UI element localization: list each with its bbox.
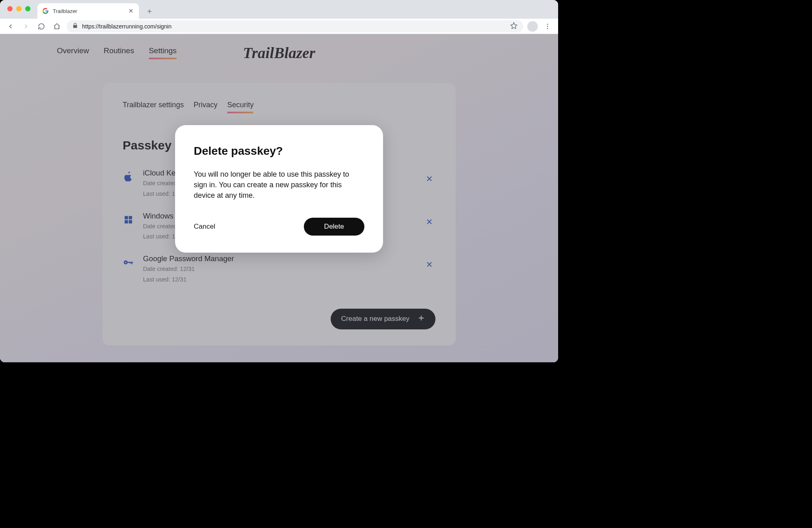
browser-window: Trailblazer ✕ ＋ https://trailblazerrunni…	[0, 0, 558, 362]
minimize-window-button[interactable]	[16, 6, 22, 11]
browser-tab-strip: Trailblazer ✕ ＋	[0, 0, 558, 19]
cancel-button[interactable]: Cancel	[194, 223, 215, 231]
svg-point-1	[547, 26, 548, 27]
reload-button[interactable]	[36, 21, 47, 32]
modal-scrim[interactable]: Delete passkey? You will no longer be ab…	[0, 34, 558, 362]
address-bar[interactable]: https://trailblazerrunning.com/signin	[67, 20, 523, 32]
svg-point-0	[547, 24, 548, 25]
profile-avatar[interactable]	[527, 21, 538, 32]
maximize-window-button[interactable]	[25, 6, 30, 11]
dialog-body: You will no longer be able to use this p…	[194, 169, 364, 201]
close-tab-button[interactable]: ✕	[128, 8, 134, 14]
url-text: https://trailblazerrunning.com/signin	[82, 23, 506, 30]
dialog-title: Delete passkey?	[194, 145, 364, 158]
google-favicon-icon	[42, 8, 49, 14]
browser-toolbar: https://trailblazerrunning.com/signin	[0, 19, 558, 34]
svg-point-2	[547, 28, 548, 29]
browser-tab[interactable]: Trailblazer ✕	[37, 3, 139, 19]
back-button[interactable]	[5, 21, 16, 32]
window-controls	[7, 6, 30, 11]
delete-button[interactable]: Delete	[304, 218, 364, 236]
close-window-button[interactable]	[7, 6, 13, 11]
home-button[interactable]	[51, 21, 63, 32]
forward-button[interactable]	[20, 21, 32, 32]
star-icon[interactable]	[510, 22, 518, 31]
new-tab-button[interactable]: ＋	[144, 5, 155, 17]
browser-tab-title: Trailblazer	[53, 8, 123, 14]
page-content: Overview Routines Settings TrailBlazer T…	[0, 34, 558, 362]
delete-passkey-dialog: Delete passkey? You will no longer be ab…	[175, 125, 383, 253]
lock-icon	[72, 23, 78, 30]
menu-button[interactable]	[542, 21, 553, 32]
dialog-actions: Cancel Delete	[194, 218, 364, 236]
